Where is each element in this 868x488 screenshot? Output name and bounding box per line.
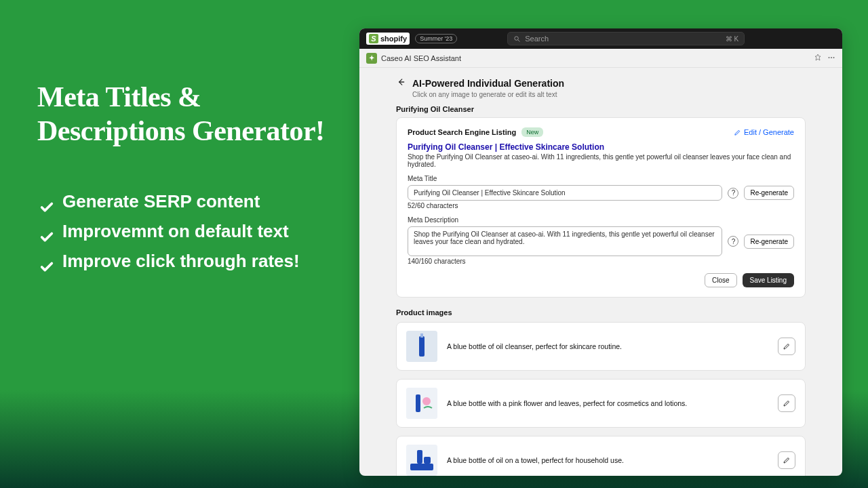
product-images-title: Product images: [396, 308, 806, 317]
help-icon[interactable]: ?: [728, 188, 738, 199]
bullet-text: Improvemnt on default text: [62, 216, 289, 246]
svg-rect-7: [406, 388, 437, 419]
app-name: Caseo AI SEO Assistant: [381, 54, 461, 62]
bullet-text: Generate SERP content: [62, 186, 260, 216]
alt-text: A blue bottle of oil cleanser, perfect f…: [447, 342, 768, 350]
help-icon[interactable]: ?: [728, 236, 738, 247]
svg-point-3: [833, 57, 835, 58]
svg-rect-13: [424, 457, 431, 464]
meta-title-input[interactable]: [408, 185, 722, 201]
alt-text: A blue bottle of oil on a towel, perfect…: [447, 456, 768, 464]
product-name: Purifying Oil Cleanser: [396, 105, 806, 113]
marketing-bullet: Improvemnt on default text: [37, 216, 349, 246]
marketing-bullet: Generate SERP content: [37, 186, 349, 216]
summer-badge: Summer '23: [415, 34, 457, 43]
svg-point-1: [829, 57, 830, 58]
meta-desc-counter: 140/160 characters: [408, 258, 794, 265]
search-input[interactable]: Search ⌘ K: [507, 32, 745, 45]
product-thumbnail[interactable]: [406, 445, 437, 476]
alt-text: A blue bottle with a pink flower and lea…: [447, 399, 768, 407]
app-window: S shopify Summer '23 Search ⌘ K ✦ Caseo …: [359, 28, 842, 476]
edit-generate-link[interactable]: Edit / Generate: [734, 128, 794, 136]
bullet-text: Improve click through rates!: [62, 246, 300, 276]
pencil-icon: [783, 342, 791, 350]
listing-section-label: Product Search Engine Listing: [408, 128, 516, 136]
shopify-mark-icon: S: [369, 34, 378, 43]
marketing-panel: Meta Titles & Descriptions Generator! Ge…: [37, 80, 349, 276]
svg-rect-12: [417, 450, 422, 464]
new-badge: New: [521, 127, 543, 137]
edit-alt-button[interactable]: [778, 338, 795, 355]
svg-point-0: [515, 36, 519, 40]
app-icon: ✦: [366, 53, 377, 64]
marketing-bullet: Improve click through rates!: [37, 246, 349, 276]
serp-title-preview: Purifying Oil Cleanser | Effective Skinc…: [408, 142, 794, 152]
more-icon[interactable]: [827, 54, 835, 63]
marketing-bullets: Generate SERP content Improvemnt on defa…: [37, 186, 349, 277]
pencil-icon: [783, 399, 791, 407]
check-icon: [37, 194, 56, 209]
search-icon: [513, 35, 521, 43]
listing-card: Product Search Engine Listing New Edit /…: [396, 117, 806, 298]
page-subtitle: Click on any image to generate or edit i…: [412, 91, 806, 98]
pin-icon[interactable]: [814, 54, 822, 63]
check-icon: [37, 224, 56, 239]
app-header: ✦ Caseo AI SEO Assistant: [359, 49, 842, 68]
page-head: AI-Powered Individual Generation Click o…: [396, 77, 806, 98]
close-button[interactable]: Close: [705, 273, 737, 287]
svg-rect-8: [416, 394, 420, 412]
save-listing-button[interactable]: Save Listing: [743, 273, 794, 287]
svg-rect-5: [419, 336, 425, 357]
meta-desc-label: Meta Description: [408, 216, 794, 224]
content-area: AI-Powered Individual Generation Click o…: [359, 68, 842, 476]
meta-desc-input[interactable]: [408, 226, 722, 256]
shopify-logo[interactable]: S shopify: [366, 33, 410, 45]
pencil-icon: [783, 456, 791, 464]
search-placeholder: Search: [525, 35, 549, 43]
product-image so-image-row: A blue bottle with a pink flower and lea…: [396, 379, 806, 428]
svg-point-9: [422, 397, 431, 405]
regenerate-title-button[interactable]: Re-generate: [744, 186, 794, 200]
svg-rect-6: [420, 333, 423, 338]
serp-description-preview: Shop the Purifying Oil Cleanser at caseo…: [408, 153, 794, 168]
product-image-row: A blue bottle of oil on a towel, perfect…: [396, 436, 806, 476]
meta-title-label: Meta Title: [408, 175, 794, 182]
product-thumbnail[interactable]: [406, 388, 437, 419]
meta-title-counter: 52/60 characters: [408, 202, 794, 209]
edit-alt-button[interactable]: [778, 451, 795, 469]
svg-point-2: [831, 57, 832, 58]
svg-rect-11: [410, 464, 433, 470]
brand-text: shopify: [380, 35, 407, 43]
page-title: AI-Powered Individual Generation: [412, 78, 564, 89]
pencil-icon: [734, 129, 741, 136]
edit-link-text: Edit / Generate: [744, 128, 794, 136]
regenerate-desc-button[interactable]: Re-generate: [744, 235, 794, 249]
topbar: S shopify Summer '23 Search ⌘ K: [359, 28, 842, 49]
product-image-row: A blue bottle of oil cleanser, perfect f…: [396, 322, 806, 371]
back-arrow-icon[interactable]: [396, 77, 406, 89]
product-thumbnail[interactable]: [406, 331, 437, 362]
marketing-headline: Meta Titles & Descriptions Generator!: [37, 80, 349, 148]
edit-alt-button[interactable]: [778, 394, 795, 412]
check-icon: [37, 253, 56, 268]
search-shortcut: ⌘ K: [726, 35, 738, 43]
